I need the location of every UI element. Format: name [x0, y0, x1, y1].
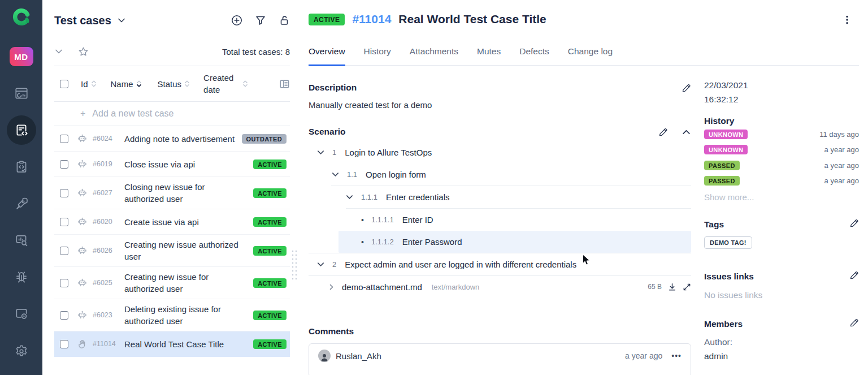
- comment-timestamp: a year ago: [625, 351, 662, 360]
- total-test-cases-label: Total test cases: 8: [222, 47, 290, 57]
- panel-title: Test cases: [54, 14, 111, 27]
- robot-icon: [77, 278, 87, 288]
- tab-defects[interactable]: Defects: [519, 46, 549, 65]
- nav-item-analytics[interactable]: [9, 228, 34, 253]
- history-entry[interactable]: UNKNOWN a year ago: [704, 143, 859, 158]
- nav-item-dashboards[interactable]: [9, 81, 34, 106]
- test-case-id-link[interactable]: #11014: [352, 12, 391, 26]
- attachment-size: 65 B: [648, 283, 662, 291]
- create-test-case-button[interactable]: [231, 15, 242, 26]
- attachment-row[interactable]: demo-attachment.md text/markdown 65 B: [309, 275, 691, 298]
- scenario-steps: 1 Login to Allure TestOps 1.1 Open login…: [309, 141, 691, 298]
- sort-id-icon[interactable]: [91, 79, 97, 88]
- row-checkbox[interactable]: [60, 247, 68, 255]
- status-badge: ACTIVE: [253, 278, 287, 288]
- tab-history[interactable]: History: [364, 46, 391, 65]
- chevron-down-icon[interactable]: [345, 193, 354, 201]
- allure-logo-icon[interactable]: [10, 7, 33, 27]
- row-checkbox[interactable]: [60, 340, 68, 348]
- collapse-scenario-chevron-up-icon[interactable]: [682, 127, 691, 137]
- chevron-right-icon[interactable]: [328, 283, 335, 291]
- sort-status-icon[interactable]: [184, 79, 190, 88]
- edit-tags-pencil-icon[interactable]: [849, 218, 859, 228]
- analytics-search-icon: [14, 233, 29, 248]
- tab-mutes[interactable]: Mutes: [477, 46, 501, 65]
- tab-overview[interactable]: Overview: [309, 46, 345, 66]
- status-badge: ACTIVE: [253, 188, 287, 198]
- tab-change-log[interactable]: Change log: [568, 46, 613, 65]
- add-test-case-row[interactable]: + Add a new test case: [54, 101, 290, 126]
- bullet-icon: •: [361, 215, 364, 225]
- chevron-down-icon[interactable]: [316, 260, 325, 269]
- step-text: Open login form: [366, 170, 426, 179]
- column-name[interactable]: Name: [111, 79, 133, 89]
- history-time: a year ago: [824, 176, 859, 185]
- edit-scenario-pencil-icon[interactable]: [658, 127, 668, 137]
- row-checkbox[interactable]: [60, 218, 68, 226]
- step-text: Enter ID: [402, 215, 433, 225]
- expand-icon[interactable]: [683, 283, 691, 291]
- comments-heading: Comments: [309, 326, 354, 337]
- nav-item-test-plans[interactable]: [9, 154, 34, 179]
- chevron-down-icon[interactable]: [331, 170, 340, 179]
- lock-icon[interactable]: [279, 15, 290, 26]
- scenario-step[interactable]: 1.1.1 Enter credentials: [309, 186, 691, 208]
- nav-item-test-cases[interactable]: [7, 115, 36, 145]
- scenario-step[interactable]: • 1.1.1.1 Enter ID: [309, 209, 691, 231]
- test-case-id: #6023: [93, 311, 121, 319]
- history-entry[interactable]: PASSED a year ago: [704, 174, 859, 189]
- tab-attachments[interactable]: Attachments: [410, 46, 458, 65]
- scenario-step[interactable]: 1.1 Open login form: [309, 163, 691, 186]
- test-case-header: ACTIVE #11014 Real World Test Case Title: [309, 12, 546, 26]
- kebab-menu-icon[interactable]: [840, 12, 854, 27]
- nav-item-launches[interactable]: [9, 191, 34, 216]
- sort-name-icon[interactable]: [136, 79, 142, 88]
- issues-links-heading: Issues links: [704, 271, 754, 282]
- chevron-down-icon[interactable]: [117, 16, 126, 25]
- user-avatar[interactable]: MD: [10, 47, 33, 66]
- table-row[interactable]: #6026 Creating new issue authorized user…: [54, 235, 290, 267]
- table-row[interactable]: #6020 Create issue via api ACTIVE: [54, 209, 290, 235]
- column-created-date[interactable]: Created date: [203, 72, 240, 96]
- nav-item-jobs[interactable]: [9, 301, 34, 326]
- row-checkbox[interactable]: [60, 189, 68, 197]
- edit-description-pencil-icon[interactable]: [682, 83, 691, 93]
- scenario-step-hovered[interactable]: • 1.1.1.2 Enter Password: [338, 231, 691, 253]
- show-more-link[interactable]: Show more...: [704, 192, 859, 202]
- nav-item-settings[interactable]: [9, 338, 34, 363]
- edit-members-pencil-icon[interactable]: [849, 318, 859, 327]
- history-entry[interactable]: PASSED a year ago: [704, 158, 859, 173]
- filter-icon[interactable]: [255, 15, 266, 26]
- collapse-all-chevron-icon[interactable]: [54, 47, 63, 56]
- column-id[interactable]: Id: [81, 79, 88, 89]
- table-row[interactable]: #6019 Close issue via api ACTIVE: [54, 152, 290, 177]
- star-icon[interactable]: [78, 46, 89, 57]
- nav-item-defects[interactable]: [9, 265, 34, 290]
- column-settings-icon[interactable]: [279, 79, 290, 89]
- row-checkbox[interactable]: [60, 160, 68, 169]
- panel-resize-handle[interactable]: [291, 249, 298, 282]
- table-row-selected[interactable]: #11014 Real World Test Case Title ACTIVE: [54, 331, 290, 357]
- scenario-step[interactable]: 1 Login to Allure TestOps: [309, 141, 691, 163]
- status-badge: ACTIVE: [253, 339, 287, 349]
- chevron-down-icon[interactable]: [316, 148, 325, 157]
- column-status[interactable]: Status: [158, 79, 182, 89]
- row-checkbox[interactable]: [60, 135, 68, 143]
- edit-issues-pencil-icon[interactable]: [849, 270, 859, 280]
- step-text: Login to Allure TestOps: [345, 148, 432, 157]
- table-row[interactable]: #6023 Deleting existing issue for author…: [54, 299, 290, 331]
- table-row[interactable]: #6024 Adding note to advertisement OUTDA…: [54, 126, 290, 152]
- download-icon[interactable]: [668, 283, 676, 291]
- row-checkbox[interactable]: [60, 311, 68, 320]
- test-case-id: #6020: [93, 218, 121, 226]
- table-row[interactable]: #6027 Closing new issue for authorized u…: [54, 177, 290, 209]
- sort-created-icon[interactable]: [242, 79, 248, 88]
- test-case-id: #6026: [93, 247, 121, 255]
- scenario-step[interactable]: 2 Expect admin and user are logged in wi…: [309, 253, 691, 275]
- comment-menu-icon[interactable]: •••: [671, 351, 682, 360]
- table-row[interactable]: #6025 Creating new issue for authorized …: [54, 267, 290, 299]
- tag-chip[interactable]: DEMO TAG!: [704, 236, 752, 249]
- row-checkbox[interactable]: [60, 279, 68, 287]
- history-entry[interactable]: UNKNOWN 11 days ago: [704, 127, 859, 142]
- select-all-checkbox[interactable]: [60, 80, 68, 88]
